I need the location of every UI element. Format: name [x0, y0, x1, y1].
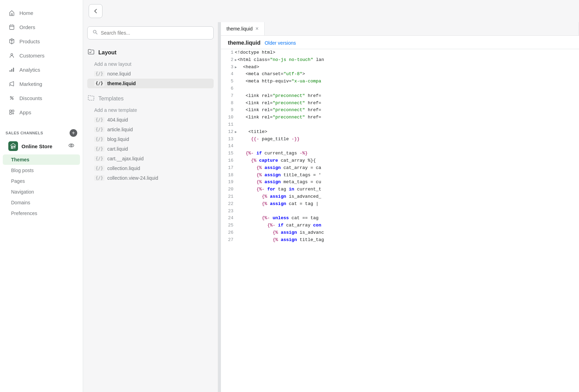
code-line-8: 8 <link rel="preconnect" href=	[221, 100, 579, 107]
svg-rect-12	[14, 146, 16, 148]
sidebar-item-apps-label: Apps	[19, 109, 31, 115]
code-line-5: 5 <meta http-equiv="x-ua-compa	[221, 78, 579, 85]
sidebar-item-pages[interactable]: Pages	[3, 176, 80, 186]
sidebar-item-blog-posts-label: Blog posts	[11, 168, 34, 173]
sidebar-item-analytics[interactable]: Analytics	[3, 63, 80, 77]
sales-channels-header: SALES CHANNELS +	[0, 125, 83, 138]
code-line-12: 12 ▶ <title>	[221, 128, 579, 136]
svg-rect-7	[10, 110, 11, 112]
code-line-27: 27 {% assign title_tag	[221, 237, 579, 244]
file-badge-none-liquid: {/}	[94, 71, 105, 77]
code-text-1: <!doctype html>	[235, 49, 579, 56]
editor-area: Layout Add a new layout {/} none.liquid …	[83, 22, 579, 392]
sidebar-item-home-label: Home	[19, 10, 33, 16]
sidebar-item-orders[interactable]: Orders	[3, 20, 80, 34]
editor-header: theme.liquid Older versions	[221, 36, 579, 49]
online-store-label: Online Store	[21, 143, 65, 149]
tab-close-button[interactable]: ×	[256, 26, 259, 32]
code-line-25: 25 {%- if cat_array con	[221, 222, 579, 229]
sidebar-item-home[interactable]: Home	[3, 6, 80, 20]
sidebar-item-navigation-label: Navigation	[11, 189, 34, 195]
code-text-26: {% assign is_advanc	[235, 229, 579, 237]
file-item-cart-ajax-liquid[interactable]: {/} cart.__ajax.liquid	[87, 154, 214, 163]
code-line-19: 19 {% assign meta_tags = cu	[221, 179, 579, 186]
svg-rect-11	[11, 146, 13, 149]
code-table: 1 <!doctype html> 2 ▶<html class="no-js …	[221, 49, 579, 244]
file-item-collection-view24-liquid[interactable]: {/} collection.view-24.liquid	[87, 173, 214, 183]
code-text-24: {%- unless cat == tag	[235, 215, 579, 222]
code-line-26: 26 {% assign is_advanc	[221, 229, 579, 237]
sidebar-item-apps[interactable]: Apps	[3, 105, 80, 119]
svg-point-5	[10, 97, 12, 98]
svg-point-14	[71, 145, 72, 146]
code-text-14	[235, 143, 579, 150]
sidebar-item-products[interactable]: Products	[3, 34, 80, 48]
file-item-404-liquid[interactable]: {/} 404.liquid	[87, 115, 214, 125]
search-input[interactable]	[101, 30, 208, 36]
sidebar-item-domains[interactable]: Domains	[3, 197, 80, 208]
code-line-2: 2 ▶<html class="no-js no-touch" lan	[221, 56, 579, 64]
code-text-6	[235, 85, 579, 92]
code-text-4: <meta charset="utf-8">	[235, 71, 579, 78]
code-line-15: 15 {%- if current_tags -%}	[221, 150, 579, 157]
code-line-16: 16 {% capture cat_array %}{	[221, 157, 579, 164]
file-badge-collection: {/}	[94, 166, 105, 171]
svg-point-15	[93, 30, 96, 33]
sidebar-item-analytics-label: Analytics	[19, 67, 40, 73]
file-name-cart-ajax: cart.__ajax.liquid	[107, 156, 144, 161]
sidebar-item-themes[interactable]: Themes	[3, 154, 80, 165]
file-item-article-liquid[interactable]: {/} article.liquid	[87, 125, 214, 134]
sidebar-item-online-store[interactable]: Online Store	[3, 139, 80, 154]
editor-tab-inactive[interactable]	[265, 22, 579, 35]
sidebar-item-discounts[interactable]: Discounts	[3, 91, 80, 105]
customers-icon	[8, 52, 15, 59]
sidebar-item-blog-posts[interactable]: Blog posts	[3, 165, 80, 176]
sidebar-item-navigation[interactable]: Navigation	[3, 187, 80, 197]
code-line-13: 13 {{- page_title -}}	[221, 136, 579, 143]
code-line-18: 18 {% assign title_tags = '	[221, 172, 579, 179]
code-text-8: <link rel="preconnect" href=	[235, 100, 579, 107]
svg-rect-4	[13, 68, 14, 72]
products-icon	[8, 38, 15, 45]
code-line-11: 11	[221, 121, 579, 128]
svg-point-6	[12, 98, 14, 100]
file-item-blog-liquid[interactable]: {/} blog.liquid	[87, 134, 214, 144]
file-item-cart-liquid[interactable]: {/} cart.liquid	[87, 144, 214, 154]
search-bar	[87, 26, 214, 39]
code-line-10: 10 <link rel="preconnect" href=	[221, 114, 579, 121]
templates-section-title: Templates	[98, 96, 124, 102]
code-text-13: {{- page_title -}}	[235, 136, 579, 143]
editor-tab-theme-liquid[interactable]: theme.liquid ×	[221, 22, 265, 35]
code-editor: theme.liquid × theme.liquid Older versio…	[221, 22, 579, 392]
back-button[interactable]	[89, 4, 103, 18]
sidebar-item-customers[interactable]: Customers	[3, 48, 80, 62]
file-name-theme-liquid: theme.liquid	[107, 81, 136, 86]
code-text-10: <link rel="preconnect" href=	[235, 114, 579, 121]
file-item-theme-liquid[interactable]: {/} theme.liquid	[87, 79, 214, 88]
code-text-17: {% assign cat_array = ca	[235, 164, 579, 172]
file-name-blog: blog.liquid	[107, 136, 129, 142]
code-line-4: 4 <meta charset="utf-8">	[221, 71, 579, 78]
code-line-17: 17 {% assign cat_array = ca	[221, 164, 579, 172]
file-item-none-liquid[interactable]: {/} none.liquid	[87, 69, 214, 79]
code-text-2: ▶<html class="no-js no-touch" lan	[235, 56, 579, 64]
code-text-23	[235, 208, 579, 215]
sidebar-item-products-label: Products	[19, 38, 40, 44]
add-template-link[interactable]: Add a new template	[87, 105, 214, 115]
main-content: Layout Add a new layout {/} none.liquid …	[83, 0, 579, 392]
sidebar-item-preferences[interactable]: Preferences	[3, 208, 80, 219]
code-content[interactable]: 1 <!doctype html> 2 ▶<html class="no-js …	[221, 49, 579, 392]
sidebar-item-customers-label: Customers	[19, 53, 45, 59]
layout-section-title: Layout	[98, 50, 116, 56]
editor-tab-label: theme.liquid	[226, 26, 253, 32]
add-layout-link[interactable]: Add a new layout	[87, 59, 214, 69]
editor-filename: theme.liquid	[228, 40, 260, 46]
code-line-23: 23	[221, 208, 579, 215]
sidebar-item-marketing[interactable]: Marketing	[3, 77, 80, 91]
code-text-15: {%- if current_tags -%}	[235, 150, 579, 157]
file-item-collection-liquid[interactable]: {/} collection.liquid	[87, 163, 214, 173]
older-versions-link[interactable]: Older versions	[265, 40, 296, 46]
code-text-16: {% capture cat_array %}{	[235, 157, 579, 164]
file-name-article: article.liquid	[107, 127, 133, 132]
add-channel-button[interactable]: +	[70, 129, 77, 137]
